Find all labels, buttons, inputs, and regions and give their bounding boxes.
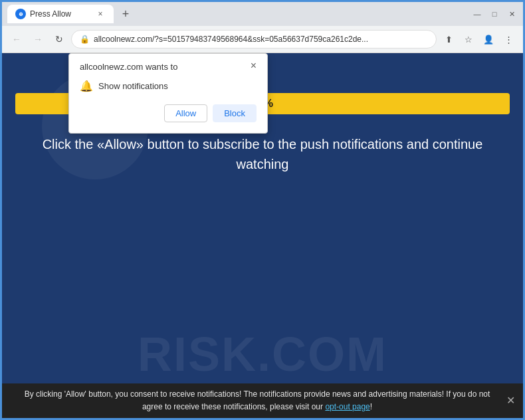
popup-buttons: Allow Block	[80, 104, 257, 122]
window-close-button[interactable]: ✕	[506, 8, 518, 20]
address-bar[interactable]: 🔒 allcoolnewz.com/?s=501579483749568964&…	[71, 30, 437, 49]
maximize-button[interactable]: □	[488, 8, 500, 20]
tab-favicon: ⊕	[15, 9, 26, 19]
refresh-button[interactable]: ↻	[50, 30, 68, 49]
tab-title: Press Allow	[30, 9, 91, 19]
bottom-bar-main-text: By clicking 'Allow' button, you consent …	[25, 389, 490, 411]
tab-area: ⊕ Press Allow × +	[7, 5, 471, 23]
url-text: allcoolnewz.com/?s=501579483749568964&ss…	[94, 35, 428, 44]
notification-label: Show notifications	[98, 81, 168, 91]
minimize-button[interactable]: —	[471, 8, 483, 20]
watermark: risk.com	[138, 327, 387, 381]
omnibar: ← → ↻ 🔒 allcoolnewz.com/?s=5015794837495…	[2, 26, 523, 52]
lock-icon: 🔒	[80, 35, 90, 44]
popup-title: allcoolnewz.com wants to	[80, 62, 177, 72]
menu-icon[interactable]: ⋮	[499, 30, 518, 49]
bottom-bar-close-button[interactable]: ✕	[506, 392, 515, 409]
permission-popup: allcoolnewz.com wants to × 🔔 Show notifi…	[68, 53, 268, 134]
main-message: Click the «Allow» button to subscribe to…	[16, 134, 510, 174]
window-controls: — □ ✕	[471, 8, 518, 20]
back-button[interactable]: ←	[7, 30, 26, 49]
popup-header: allcoolnewz.com wants to ×	[80, 62, 257, 72]
bell-icon: 🔔	[80, 80, 93, 92]
profile-icon[interactable]: 👤	[479, 30, 498, 49]
bookmark-icon[interactable]: ☆	[459, 30, 478, 49]
popup-notification-row: 🔔 Show notifications	[80, 77, 257, 95]
title-bar: ⊕ Press Allow × + — □ ✕	[2, 2, 523, 26]
forward-button[interactable]: →	[29, 30, 47, 49]
tab-close-button[interactable]: ×	[95, 9, 106, 19]
omnibar-actions: ⬆ ☆ 👤 ⋮	[439, 30, 518, 49]
browser-tab[interactable]: ⊕ Press Allow ×	[7, 5, 114, 23]
bottom-bar-suffix: !	[370, 402, 372, 411]
page-content: risk.com 99% Click the «Allow» button to…	[2, 53, 523, 388]
bottom-bar: By clicking 'Allow' button, you consent …	[2, 383, 523, 418]
message-line1: Click the «Allow» button to subscribe to…	[43, 137, 483, 152]
new-tab-button[interactable]: +	[116, 5, 135, 23]
allow-button[interactable]: Allow	[164, 104, 207, 122]
block-button[interactable]: Block	[213, 104, 257, 122]
opt-out-link[interactable]: opt-out page	[325, 402, 369, 411]
share-icon[interactable]: ⬆	[439, 30, 458, 49]
bottom-bar-text: By clicking 'Allow' button, you consent …	[15, 388, 499, 413]
popup-close-button[interactable]: ×	[251, 60, 257, 71]
message-line2: watching	[237, 157, 289, 171]
